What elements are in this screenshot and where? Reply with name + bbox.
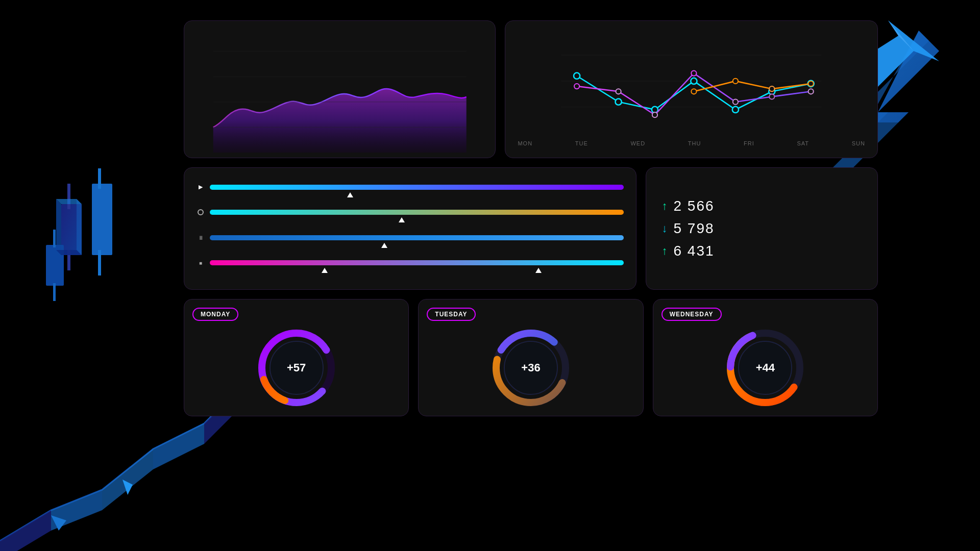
stat-value-2: 5 798 [673,220,714,237]
line-chart-container [513,29,869,138]
svg-rect-9 [98,168,101,189]
stat-arrow-down-2: ↓ [662,222,667,235]
card-tuesday: TUESDAY [418,299,643,416]
card-line-chart: MON TUE WED THU FRI SAT SUN [505,20,878,158]
card-stats: ↑ 2 566 ↓ 5 798 ↑ 6 431 [646,167,878,290]
slider-thumb-1[interactable] [347,192,353,197]
pause-icon: ⏸ [197,234,205,242]
day-label-sat: SAT [797,140,809,146]
day-label-fri: FRI [744,140,754,146]
stat-row-3: ↑ 6 431 [662,243,714,259]
day-label-sun: SUN [852,140,865,146]
svg-point-35 [691,78,697,84]
area-chart-svg [189,26,490,153]
stat-arrow-up-1: ↑ [662,199,667,213]
slider-row-3: ⏸ [197,234,624,249]
svg-rect-10 [98,250,101,276]
slider-thumb-4a[interactable] [322,268,328,273]
slider-thumb-3[interactable] [381,243,387,248]
svg-point-48 [770,86,775,91]
stat-arrow-up-3: ↑ [662,244,667,258]
card-wednesday: WEDNESDAY [653,299,878,416]
day-label-mon: MON [518,140,532,146]
svg-point-49 [808,81,814,86]
svg-point-46 [692,89,697,94]
stop-icon: ■ [197,259,205,267]
line-chart-svg [513,29,869,138]
tuesday-donut: +36 [427,327,634,409]
stat-value-1: 2 566 [673,198,714,214]
slider-row-4: ■ [197,259,624,274]
slider-thumb-2[interactable] [399,217,405,222]
stat-value-3: 6 431 [673,243,714,259]
svg-point-41 [652,112,657,117]
wednesday-donut: +44 [662,327,869,409]
monday-value: +57 [287,361,306,374]
wednesday-badge: WEDNESDAY [662,308,722,321]
svg-marker-18 [0,510,51,551]
card-sliders: ▶ [184,167,636,290]
day-label-tue: TUE [575,140,588,146]
slider-row-2 [197,208,624,223]
svg-point-33 [616,99,622,105]
monday-donut: +57 [192,327,400,409]
svg-point-40 [616,89,621,94]
monday-badge: MONDAY [192,308,238,321]
tuesday-value: +36 [521,361,540,374]
svg-point-45 [808,89,814,94]
circle-icon [197,208,205,216]
svg-point-44 [770,94,775,99]
slider-track-3[interactable] [210,235,624,240]
svg-point-36 [732,107,739,113]
svg-marker-20 [102,449,153,510]
row-2: ▶ [184,167,878,290]
svg-marker-21 [153,423,204,469]
slider-row-1: ▶ [197,183,624,198]
stat-row-2: ↓ 5 798 [662,220,714,237]
svg-rect-8 [92,184,112,255]
wednesday-value: +44 [756,361,775,374]
svg-point-42 [692,71,697,76]
row-3: MONDAY [184,299,878,416]
play-icon: ▶ [197,183,205,191]
tuesday-badge: TUESDAY [427,308,475,321]
svg-point-43 [733,99,738,105]
svg-marker-14 [56,199,61,255]
line-chart-day-labels: MON TUE WED THU FRI SAT SUN [513,138,869,146]
svg-rect-13 [53,283,56,301]
bg-candles-decoration [31,143,174,347]
dashboard: MON TUE WED THU FRI SAT SUN ▶ [184,20,878,416]
card-monday: MONDAY [184,299,409,416]
svg-point-39 [574,84,579,89]
svg-rect-6 [67,184,70,209]
slider-track-1[interactable] [210,185,624,190]
svg-point-32 [574,73,580,79]
svg-rect-12 [53,230,56,247]
day-label-thu: THU [688,140,701,146]
row-1: MON TUE WED THU FRI SAT SUN [184,20,878,158]
day-label-wed: WED [630,140,645,146]
svg-marker-15 [77,199,82,255]
stat-row-1: ↑ 2 566 [662,198,714,214]
card-area-chart [184,20,496,158]
slider-thumb-4b[interactable] [535,268,542,273]
svg-point-47 [733,79,738,84]
slider-track-2[interactable] [210,210,624,215]
slider-track-4[interactable] [210,260,624,265]
